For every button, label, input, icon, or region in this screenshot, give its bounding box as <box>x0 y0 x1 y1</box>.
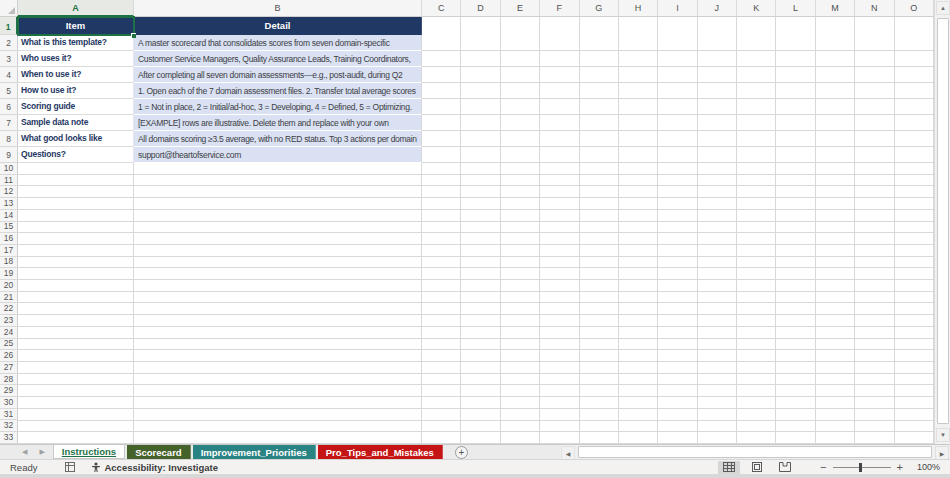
row-number[interactable]: 3 <box>0 51 18 67</box>
column-header[interactable]: G <box>580 0 619 17</box>
row-number[interactable]: 5 <box>0 83 18 99</box>
scroll-up-icon[interactable]: ▲ <box>936 1 950 15</box>
row-number[interactable]: 20 <box>0 280 18 292</box>
tab-nav-left-icon[interactable]: ◀ <box>22 448 27 456</box>
column-header[interactable]: M <box>816 0 855 17</box>
column-header[interactable]: N <box>855 0 894 17</box>
row-number[interactable]: 16 <box>0 233 18 245</box>
column-header[interactable]: I <box>658 0 697 17</box>
detail-cell[interactable]: [EXAMPLE] rows are illustrative. Delete … <box>134 115 422 131</box>
page-break-preview-button[interactable] <box>774 461 796 474</box>
sheet-tab-label: Pro_Tips_and_Mistakes <box>326 447 434 458</box>
column-header[interactable]: H <box>619 0 658 17</box>
column-header[interactable]: C <box>422 0 461 17</box>
row-number[interactable]: 24 <box>0 327 18 339</box>
status-bar: Ready Accessibility: Investigate <box>0 459 950 474</box>
sheet-tab[interactable]: Scorecard <box>127 445 190 459</box>
row-number[interactable]: 26 <box>0 350 18 362</box>
zoom-level-label[interactable]: 100% <box>917 462 940 472</box>
column-header[interactable]: D <box>461 0 500 17</box>
row-number[interactable]: 8 <box>0 131 18 147</box>
row-number[interactable]: 13 <box>0 198 18 210</box>
row-number[interactable]: 22 <box>0 303 18 315</box>
row-number[interactable]: 14 <box>0 210 18 222</box>
row-number[interactable]: 23 <box>0 315 18 327</box>
tab-nav-right-icon[interactable]: ▶ <box>39 448 44 456</box>
content-rows: 2 What is this template? A master scorec… <box>0 35 422 163</box>
vertical-scrollbar[interactable]: ▲ ▼ <box>934 0 950 444</box>
item-cell[interactable]: What good looks like <box>18 131 134 147</box>
row-number[interactable]: 4 <box>0 67 18 83</box>
row-number[interactable]: 29 <box>0 385 18 397</box>
row-number[interactable]: 30 <box>0 397 18 409</box>
row-number[interactable]: 33 <box>0 432 18 444</box>
accessibility-status-button[interactable]: Accessibility: Investigate <box>91 462 218 473</box>
sheet-tab[interactable]: Pro_Tips_and_Mistakes <box>318 445 443 459</box>
row-number[interactable]: 10 <box>0 163 18 175</box>
column-header-b[interactable]: B <box>134 0 422 17</box>
scroll-right-icon[interactable]: ▶ <box>935 446 949 460</box>
zoom-slider[interactable] <box>833 467 891 468</box>
row-number[interactable]: 31 <box>0 409 18 421</box>
column-header[interactable]: O <box>895 0 934 17</box>
column-header[interactable]: K <box>737 0 776 17</box>
row-number[interactable]: 28 <box>0 374 18 386</box>
table-row: 2 What is this template? A master scorec… <box>0 35 422 51</box>
item-cell[interactable]: Questions? <box>18 147 134 163</box>
item-cell[interactable]: Scoring guide <box>18 99 134 115</box>
row-number[interactable]: 21 <box>0 292 18 304</box>
horizontal-scrollbar[interactable]: ◀ ▶ <box>560 445 950 459</box>
row-number[interactable]: 12 <box>0 186 18 198</box>
row-number[interactable]: 17 <box>0 245 18 257</box>
row-number[interactable]: 6 <box>0 99 18 115</box>
zoom-out-button[interactable]: − <box>814 461 832 473</box>
row-number[interactable]: 9 <box>0 147 18 163</box>
detail-cell[interactable]: After completing all seven domain assess… <box>134 67 422 83</box>
row-number-1[interactable]: 1 <box>0 17 18 35</box>
row-number[interactable]: 15 <box>0 222 18 234</box>
item-cell[interactable]: How to use it? <box>18 83 134 99</box>
row-number[interactable]: 7 <box>0 115 18 131</box>
normal-view-button[interactable] <box>718 461 740 474</box>
scroll-down-icon[interactable]: ▼ <box>936 428 950 442</box>
item-cell[interactable]: Who uses it? <box>18 51 134 67</box>
cell-b1-detail-header[interactable]: Detail <box>134 17 422 35</box>
sheet-tab[interactable]: Improvement_Priorities <box>193 445 316 459</box>
row-number[interactable]: 2 <box>0 35 18 51</box>
detail-text: 1. Open each of the 7 domain assessment … <box>138 85 421 97</box>
row-number[interactable]: 27 <box>0 362 18 374</box>
horizontal-scrollbar-thumb[interactable] <box>578 446 932 458</box>
detail-cell[interactable]: All domains scoring ≥3.5 average, with n… <box>134 131 422 147</box>
zoom-slider-thumb[interactable] <box>859 463 862 472</box>
row-number[interactable]: 25 <box>0 339 18 351</box>
detail-cell[interactable]: 1 = Not in place, 2 = Initial/ad-hoc, 3 … <box>134 99 422 115</box>
page-layout-view-button[interactable] <box>746 461 768 474</box>
column-header-a[interactable]: A <box>18 0 134 17</box>
column-header[interactable]: E <box>501 0 540 17</box>
macro-record-icon[interactable] <box>65 462 75 472</box>
column-header[interactable]: F <box>540 0 579 17</box>
detail-cell[interactable]: Customer Service Managers, Quality Assur… <box>134 51 422 67</box>
select-all-button[interactable] <box>0 0 18 17</box>
detail-cell[interactable]: A master scorecard that consolidates sco… <box>134 35 422 51</box>
row-number[interactable]: 32 <box>0 420 18 432</box>
new-sheet-button[interactable]: + <box>455 446 468 459</box>
row-number[interactable]: 11 <box>0 175 18 187</box>
vertical-scrollbar-thumb[interactable] <box>937 18 949 424</box>
zoom-in-button[interactable]: + <box>891 461 909 473</box>
column-header[interactable]: L <box>776 0 815 17</box>
item-cell[interactable]: Sample data note <box>18 115 134 131</box>
item-cell[interactable]: When to use it? <box>18 67 134 83</box>
sheet-tab[interactable]: Instructions <box>53 445 125 459</box>
scroll-left-icon[interactable]: ◀ <box>561 446 575 460</box>
row-number[interactable]: 19 <box>0 268 18 280</box>
row-number[interactable]: 18 <box>0 257 18 269</box>
fill-handle[interactable] <box>131 33 136 38</box>
sheet-tab-label: Scorecard <box>135 447 181 458</box>
item-cell[interactable]: What is this template? <box>18 35 134 51</box>
worksheet-grid: A B CDEFGHIJKLMNO 1 Item Detail 2 What i… <box>0 0 934 444</box>
column-header[interactable]: J <box>698 0 737 17</box>
detail-cell[interactable]: support@theartofservice.com <box>134 147 422 163</box>
detail-cell[interactable]: 1. Open each of the 7 domain assessment … <box>134 83 422 99</box>
cell-a1-item-header[interactable]: Item <box>18 17 134 35</box>
